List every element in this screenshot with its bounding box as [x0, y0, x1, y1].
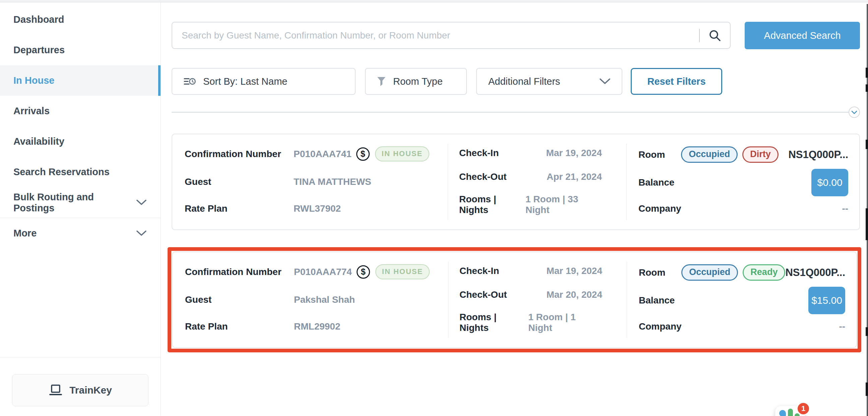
chat-logo-shape — [779, 410, 786, 416]
advanced-search-button[interactable]: Advanced Search — [745, 22, 860, 49]
guest-row: Guest Pakshal Shah — [185, 293, 441, 307]
card-dates-section: Check-In Mar 19, 2024 Check-Out Apr 21, … — [448, 134, 626, 229]
reset-filters-button[interactable]: Reset Filters — [631, 68, 722, 95]
sidebar-item-label: Bulk Routing and Postings — [13, 192, 136, 214]
trainkey-label: TrainKey — [69, 385, 112, 396]
room-type-filter-button[interactable]: Room Type — [365, 68, 467, 95]
checkin-date: Mar 19, 2024 — [546, 148, 602, 158]
balance-row: Balance $15.00 — [639, 287, 845, 314]
checkin-label: Check-In — [459, 148, 499, 158]
collapse-chevron-icon — [851, 110, 857, 114]
sidebar-item-bulk-routing[interactable]: Bulk Routing and Postings — [0, 187, 160, 218]
checkout-label: Check-Out — [460, 289, 507, 300]
card-dates-section: Check-In Mar 19, 2024 Check-Out Mar 20, … — [448, 252, 627, 347]
sidebar-item-availability[interactable]: Availability — [0, 126, 160, 157]
guest-label: Guest — [185, 177, 293, 187]
room-number: NS1Q000P... — [785, 267, 845, 279]
company-value: -- — [839, 321, 845, 332]
sort-by-button[interactable]: Sort By: Last Name — [172, 68, 355, 95]
sidebar-item-departures[interactable]: Departures — [0, 35, 160, 65]
occupancy-status-pill: Occupied — [681, 147, 738, 163]
results-divider — [172, 106, 860, 118]
highlight-annotation: Confirmation Number P010AAA774 $ IN HOUS… — [167, 247, 861, 352]
app-window: Dashboard Departures In House Arrivals A… — [0, 2, 868, 416]
rooms-nights-label: Rooms | Nights — [459, 194, 526, 215]
confirmation-label: Confirmation Number — [185, 149, 293, 159]
card-guest-section: Confirmation Number P010AAA774 $ IN HOUS… — [173, 252, 448, 347]
filter-row: Sort By: Last Name Room Type Additional … — [172, 68, 860, 95]
guest-name: Pakshal Shah — [294, 294, 355, 305]
edge-tick — [866, 68, 868, 78]
confirmation-row: Confirmation Number P010AAA774 $ IN HOUS… — [185, 264, 441, 279]
guest-name: TINA MATTHEWS — [293, 177, 371, 187]
dollar-circle-icon[interactable]: $ — [356, 265, 370, 279]
checkin-label: Check-In — [460, 266, 499, 276]
sidebar-item-label: Departures — [13, 44, 65, 56]
search-icon[interactable] — [709, 29, 721, 42]
search-divider — [699, 29, 700, 42]
main-content: Advanced Search Sort By: Last Name — [161, 2, 868, 416]
checkout-row: Check-Out Apr 21, 2024 — [459, 170, 602, 184]
edge-tick — [866, 208, 868, 240]
sidebar-item-label: Dashboard — [13, 14, 64, 25]
search-box — [172, 22, 731, 49]
chevron-down-icon — [136, 230, 147, 236]
trainkey-button[interactable]: TrainKey — [12, 374, 149, 406]
edge-tick — [866, 327, 868, 336]
sidebar-item-label: Search Reservations — [13, 166, 110, 178]
sidebar-nav: Dashboard Departures In House Arrivals A… — [0, 2, 160, 248]
chevron-down-icon — [136, 200, 147, 205]
checkout-label: Check-Out — [459, 171, 507, 182]
chat-app-icon[interactable]: 1 — [775, 406, 805, 416]
edge-tick — [866, 85, 868, 92]
right-edge-artifact — [867, 4, 868, 416]
sidebar-item-more[interactable]: More — [0, 218, 160, 248]
sidebar: Dashboard Departures In House Arrivals A… — [0, 2, 161, 416]
confirmation-label: Confirmation Number — [185, 267, 294, 277]
sidebar-item-dashboard[interactable]: Dashboard — [0, 4, 160, 35]
checkin-row: Check-In Mar 19, 2024 — [459, 147, 602, 160]
search-input[interactable] — [182, 30, 696, 41]
funnel-icon — [377, 77, 386, 87]
collapse-toggle-button[interactable] — [848, 106, 860, 118]
sidebar-item-arrivals[interactable]: Arrivals — [0, 96, 160, 126]
checkout-row: Check-Out Mar 20, 2024 — [460, 288, 602, 301]
guest-row: Guest TINA MATTHEWS — [185, 175, 441, 189]
card-room-section: Room Occupied Ready NS1Q000P... Balance … — [627, 252, 856, 347]
edge-tick — [866, 383, 868, 396]
room-label: Room — [639, 149, 665, 160]
housekeeping-status-pill: Ready — [743, 264, 785, 281]
search-row: Advanced Search — [172, 22, 860, 49]
balance-button[interactable]: $0.00 — [811, 169, 848, 196]
checkout-date: Apr 21, 2024 — [547, 171, 602, 182]
company-row: Company -- — [639, 202, 848, 215]
laptop-icon — [49, 384, 63, 396]
guest-label: Guest — [185, 294, 294, 305]
dollar-circle-icon[interactable]: $ — [356, 148, 370, 161]
window-top-strip — [0, 0, 868, 2]
confirmation-number: P010AAA774 — [294, 267, 352, 277]
confirmation-number: P010AAA741 — [293, 149, 351, 159]
card-guest-section: Confirmation Number P010AAA741 $ IN HOUS… — [172, 134, 448, 229]
rate-plan-value: RWL37902 — [293, 203, 341, 214]
reservation-card[interactable]: Confirmation Number P010AAA741 $ IN HOUS… — [172, 134, 860, 230]
balance-button[interactable]: $15.00 — [808, 287, 845, 314]
sort-icon — [184, 77, 196, 86]
additional-filters-dropdown[interactable]: Additional Filters — [476, 68, 622, 95]
room-type-label: Room Type — [393, 76, 443, 87]
balance-row: Balance $0.00 — [639, 169, 848, 196]
room-row: Room Occupied Dirty NS1Q000P... — [639, 147, 848, 163]
status-badge: IN HOUSE — [375, 147, 429, 161]
room-row: Room Occupied Ready NS1Q000P... — [639, 264, 845, 281]
divider-line — [172, 112, 848, 113]
sidebar-item-in-house[interactable]: In House — [0, 65, 160, 96]
reservation-card[interactable]: Confirmation Number P010AAA774 $ IN HOUS… — [172, 252, 857, 348]
room-label: Room — [639, 267, 665, 278]
sidebar-item-search-reservations[interactable]: Search Reservations — [0, 157, 160, 187]
balance-label: Balance — [639, 177, 674, 188]
rooms-nights-value: 1 Room | 33 Night — [526, 194, 602, 215]
company-label: Company — [639, 321, 682, 332]
rate-plan-value: RML29902 — [294, 321, 341, 332]
chat-logo-shape — [788, 409, 793, 416]
room-number: NS1Q000P... — [788, 149, 848, 161]
